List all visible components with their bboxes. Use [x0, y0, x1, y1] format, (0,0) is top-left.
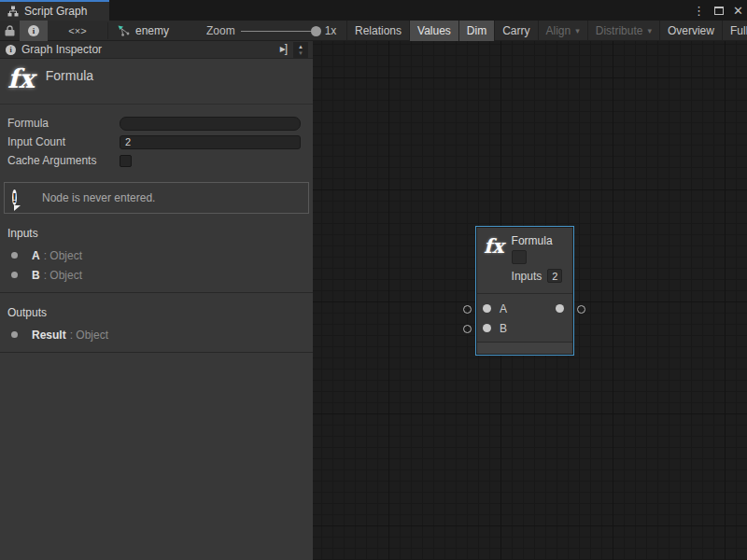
graph-inspector-panel: i Graph Inspector ▸] ▲ ▼ fx Formula Form…	[0, 41, 313, 560]
formula-node[interactable]: fx Formula Inputs 2 A	[475, 226, 574, 356]
warning-icon: !	[12, 188, 33, 208]
zoom-slider-handle[interactable]	[311, 26, 321, 36]
window-controls: ⋮ ✕	[693, 0, 743, 21]
input-count-label: Input Count	[7, 135, 120, 148]
input-pin-b: B : Object	[0, 265, 313, 285]
formula-fx-icon: fx	[484, 234, 504, 293]
chevron-down-icon: ▾	[575, 26, 580, 35]
info-icon: i	[6, 45, 16, 55]
fullscreen-button[interactable]: Full Screen	[722, 21, 747, 41]
carry-button[interactable]: Carry	[494, 21, 537, 41]
inputs-section-header: Inputs	[0, 214, 313, 245]
formula-node-footer	[477, 342, 572, 354]
port-row-b: B	[477, 318, 572, 338]
input-port-a[interactable]	[483, 304, 491, 313]
zoom-control: Zoom 1x	[191, 21, 346, 41]
code-view-button[interactable]: <×>	[49, 21, 106, 41]
distribute-dropdown[interactable]: Distribute ▾	[587, 21, 659, 41]
port-dot-icon	[11, 272, 18, 278]
graph-toolbar: i <×> enemy Zoom 1x	[0, 21, 747, 41]
warning-box: ! Node is never entered.	[4, 182, 309, 214]
window-titlebar: Script Graph ⋮ ✕	[0, 0, 747, 21]
script-graph-window: Script Graph ⋮ ✕ i <×>	[0, 0, 747, 560]
dim-button[interactable]: Dim	[458, 21, 494, 41]
chevron-down-icon: ▾	[647, 26, 652, 35]
zoom-label: Zoom	[206, 24, 235, 37]
formula-field-label: Formula	[7, 117, 120, 130]
tab-title: Script Graph	[24, 5, 87, 18]
output-port-result[interactable]	[556, 304, 564, 313]
node-formula-input[interactable]	[512, 250, 527, 264]
formula-field-row: Formula	[0, 114, 313, 133]
node-title: Formula	[512, 234, 563, 247]
port-dot-icon	[11, 331, 18, 338]
external-port-ring-b[interactable]	[463, 325, 472, 333]
breadcrumb[interactable]: enemy	[110, 21, 176, 41]
formula-node-ports: A B	[477, 294, 572, 342]
warning-text: Node is never entered.	[42, 191, 155, 204]
toolbar-separator	[107, 22, 108, 39]
zoom-value: 1x	[325, 24, 337, 37]
formula-input[interactable]	[120, 117, 301, 131]
values-button[interactable]: Values	[409, 21, 458, 41]
kebab-menu-icon[interactable]: ⋮	[693, 5, 705, 17]
output-pin-result: Result : Object	[0, 325, 313, 344]
info-icon: i	[28, 25, 39, 36]
lock-icon	[5, 25, 15, 36]
inspector-title: Graph Inspector	[21, 43, 102, 56]
code-icon: <×>	[68, 25, 86, 36]
overview-button[interactable]: Overview	[659, 21, 722, 41]
inspector-toggle-button[interactable]: i	[20, 21, 48, 41]
external-port-ring-result[interactable]	[577, 305, 585, 314]
toolbar-toggle-group: Relations Values Dim Carry Align ▾ Distr…	[346, 21, 747, 41]
section-divider	[0, 352, 313, 353]
node-title-block: fx Formula	[0, 59, 313, 105]
breadcrumb-label: enemy	[135, 24, 169, 37]
inspector-fields: Formula Input Count Cache Arguments	[0, 105, 313, 170]
node-title: Formula	[46, 68, 93, 98]
lock-button[interactable]	[0, 21, 19, 41]
cache-arguments-checkbox[interactable]	[120, 155, 132, 167]
port-dot-icon	[11, 252, 18, 259]
spinner-down-icon[interactable]: ▼	[298, 50, 303, 57]
formula-node-header: fx Formula Inputs 2	[477, 228, 572, 294]
inspector-header: i Graph Inspector ▸] ▲ ▼	[0, 41, 313, 59]
graph-hierarchy-icon	[7, 6, 19, 17]
node-inputs-label: Inputs	[512, 270, 543, 283]
script-graph-asset-icon	[118, 25, 130, 36]
dock-panel-icon[interactable]: ▸]	[280, 42, 287, 55]
zoom-slider[interactable]	[241, 31, 319, 32]
relations-button[interactable]: Relations	[346, 21, 409, 41]
graph-canvas[interactable]: fx Formula Inputs 2 A	[313, 41, 747, 560]
close-icon[interactable]: ✕	[733, 5, 743, 17]
formula-fx-icon: fx	[7, 64, 35, 98]
input-pin-a: A : Object	[0, 245, 313, 265]
align-dropdown[interactable]: Align ▾	[538, 21, 587, 41]
external-port-ring-a[interactable]	[463, 305, 472, 314]
cache-arguments-label: Cache Arguments	[7, 154, 120, 167]
cache-arguments-row: Cache Arguments	[0, 151, 313, 170]
tab-script-graph[interactable]: Script Graph	[0, 0, 109, 21]
spinner-up-icon[interactable]: ▲	[298, 44, 303, 50]
input-port-b[interactable]	[483, 324, 491, 332]
panel-spinner[interactable]: ▲ ▼	[293, 42, 308, 58]
maximize-icon[interactable]	[714, 7, 724, 15]
input-count-input[interactable]	[120, 135, 301, 149]
node-inputs-count-field[interactable]: 2	[547, 269, 562, 283]
outputs-section-header: Outputs	[0, 293, 313, 325]
input-count-field-row: Input Count	[0, 133, 313, 151]
